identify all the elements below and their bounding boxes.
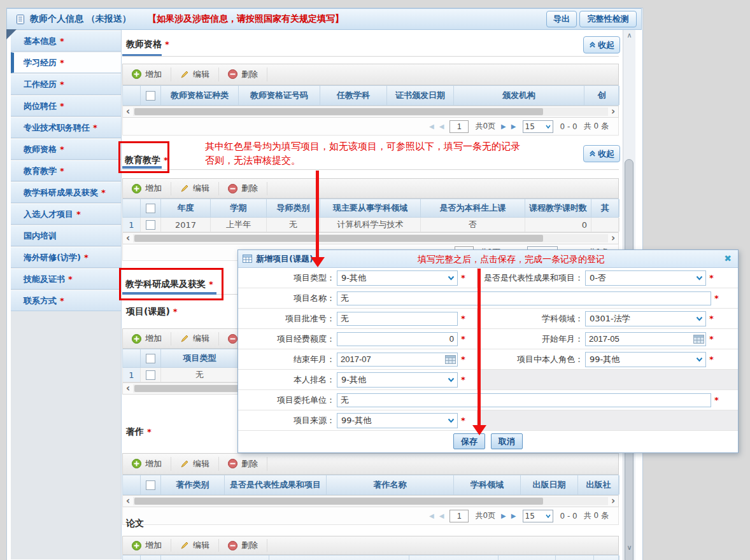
sidebar-item-achievements[interactable]: 教学科研成果及获奖* [11,182,121,203]
sidebar-item-basic-info[interactable]: 基本信息* [11,31,121,52]
project-name-input[interactable] [337,291,711,305]
scroll-right-icon[interactable]: › [608,107,618,116]
sidebar-item-contact-info[interactable]: 联系方式* [11,290,121,311]
project-type-select[interactable]: 9-其他 [337,270,458,286]
scroll-thumb[interactable] [134,235,543,242]
modal-row-rank: 本人排名： 9-其他* [238,370,738,390]
select-all-checkbox[interactable] [146,354,155,363]
edit-icon [180,459,189,468]
add-button[interactable]: 增加 [123,539,171,552]
first-page-icon[interactable]: ◀ [429,123,434,130]
next-page-icon[interactable]: ▶ [501,512,506,519]
collapse-button-teacher-cert[interactable]: 收起 [583,36,620,53]
chevron-down-icon [448,276,455,281]
client-unit-input[interactable] [337,393,711,407]
edit-icon [180,70,189,79]
first-page-icon[interactable]: ◀ [429,512,434,519]
funding-input[interactable] [337,332,458,346]
add-button[interactable]: 增加 [123,182,171,195]
scroll-left-icon[interactable]: ‹ [123,107,133,116]
close-icon[interactable]: ✖ [724,253,732,263]
page: 教师个人信息 （未报送） 【如果涉及涉密信息，请按照国家有关规定填写】 导出 完… [0,0,750,560]
page-input[interactable] [449,120,469,133]
sidebar-item-talent-program[interactable]: 入选人才项目* [11,204,121,225]
page-size-select[interactable]: 15 [523,510,553,522]
h-scrollbar[interactable]: ‹ › [122,106,619,118]
edit-button[interactable]: 编辑 [171,539,219,552]
rank-select[interactable]: 9-其他 [337,372,458,388]
prev-page-icon[interactable]: ◀ [439,512,444,519]
scroll-left-icon[interactable]: ‹ [123,234,133,243]
sidebar-item-skills-certificates[interactable]: 技能及证书* [11,269,121,290]
scroll-right-icon[interactable]: › [608,234,618,243]
add-button[interactable]: 增加 [123,332,171,346]
scroll-down-icon[interactable]: ∨ [624,542,635,553]
delete-icon [228,541,237,550]
sidebar-item-education-teaching[interactable]: 教育教学* [11,160,121,181]
sidebar-item-post-appointment[interactable]: 岗位聘任* [11,95,121,116]
annotation-rect-achievements [119,268,223,300]
modal-title: 新增项目(课题) [256,253,313,265]
scroll-left-icon[interactable]: ‹ [123,496,133,506]
h-scrollbar[interactable]: ‹ › [122,495,619,507]
scroll-right-icon[interactable]: › [608,496,618,506]
export-button[interactable]: 导出 [546,11,577,27]
row-checkbox[interactable] [146,370,155,380]
modal-row-funding: 项目经费额度： * 开始年月： * [238,329,738,349]
delete-button[interactable]: 删除 [219,539,267,552]
source-select[interactable]: 99-其他 [337,413,458,428]
approval-no-input[interactable] [337,312,458,326]
sidebar-item-work-experience[interactable]: 工作经历* [11,74,121,95]
edit-button[interactable]: 编辑 [171,457,219,471]
delete-icon [228,184,237,193]
edit-button[interactable]: 编辑 [171,332,219,346]
annotation-note-line1: 其中红色星号均为填写项目，如无该项目，可参照以下，填写一条无的记录 [205,141,520,153]
page-title: 教师个人信息 （未报送） [30,13,131,25]
modal-row-approval-no: 项目批准号： * 学科领域： 0301-法学* [238,309,738,329]
select-all-checkbox[interactable] [146,204,155,213]
select-all-checkbox[interactable] [146,91,155,101]
last-page-icon[interactable]: ▶ [511,512,516,519]
edit-button[interactable]: 编辑 [171,67,219,81]
page-size-select[interactable]: 15 [523,120,553,133]
delete-button[interactable]: 删除 [219,457,267,471]
h-scrollbar[interactable]: ‹ › [122,232,619,244]
role-select[interactable]: 99-其他 [585,352,706,367]
prev-page-icon[interactable]: ◀ [439,123,444,130]
row-checkbox[interactable] [146,220,155,230]
table-row[interactable]: 1 2017 上半年 无 计算机科学与技术 否 0 [122,218,619,232]
sidebar-item-study-experience[interactable]: 学习经历* [11,52,121,73]
page-input[interactable] [449,510,469,522]
collapse-button-edu-teaching[interactable]: 收起 [583,145,620,162]
delete-button[interactable]: 删除 [219,67,267,81]
edit-icon [180,541,189,550]
subject-area-select[interactable]: 0301-法学 [585,311,706,326]
edit-button[interactable]: 编辑 [171,182,219,195]
add-button[interactable]: 增加 [123,457,171,471]
start-month-input[interactable] [585,332,706,346]
delete-button[interactable]: 删除 [219,182,267,195]
delete-icon [228,459,237,468]
divider [122,56,619,57]
save-button[interactable]: 保存 [453,433,485,449]
modal-new-project: 新增项目(课题) ✖ 填写完整之后，点击保存，完成一条记录的登记 项目类型： 9… [237,249,739,453]
sidebar-item-overseas-study[interactable]: 海外研修(访学)* [11,247,121,268]
scroll-up-icon[interactable]: ∧ [624,30,635,41]
end-month-input[interactable] [337,353,458,367]
scroll-thumb[interactable] [134,108,543,115]
scroll-thumb[interactable] [134,498,543,505]
scroll-left-icon[interactable]: ‹ [123,384,133,393]
sidebar-item-teacher-qualification[interactable]: 教师资格* [11,139,121,160]
annotation-arrow-2-head [472,425,486,435]
modal-row-source: 项目来源： 99-其他* [238,410,738,431]
completeness-check-button[interactable]: 完整性检测 [579,11,637,27]
sidebar-item-domestic-training[interactable]: 国内培训 [11,225,121,246]
add-button[interactable]: 增加 [123,67,171,81]
is-representative-select[interactable]: 0-否 [585,270,706,286]
next-page-icon[interactable]: ▶ [501,123,506,130]
last-page-icon[interactable]: ▶ [511,123,516,130]
sidebar-item-professional-title[interactable]: 专业技术职务聘任* [11,117,121,138]
cancel-button[interactable]: 取消 [491,433,523,449]
calendar-icon [445,354,456,364]
select-all-checkbox[interactable] [146,480,155,490]
